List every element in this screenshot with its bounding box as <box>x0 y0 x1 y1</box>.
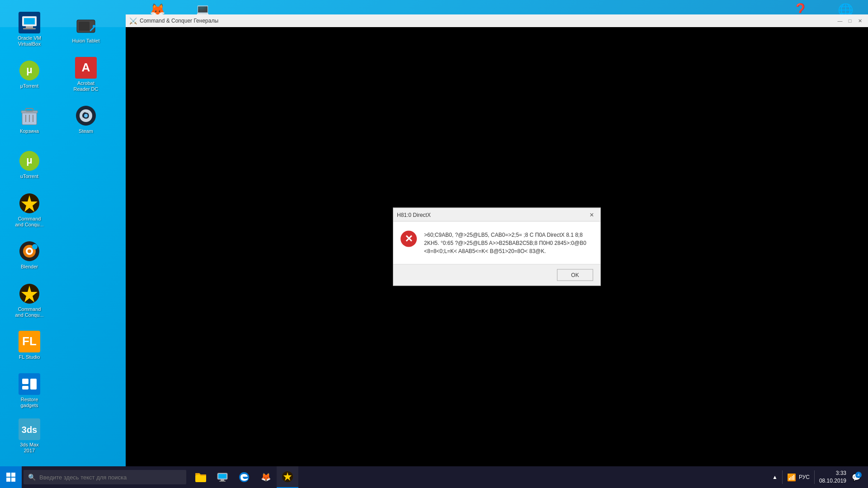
blender-label: Blender <box>21 264 38 270</box>
svg-rect-44 <box>6 478 10 482</box>
desktop-icon-acrobat[interactable]: A AcrobatReader DC <box>66 54 106 95</box>
fl-studio-icon: FL <box>19 331 40 352</box>
recycle-label: Корзина <box>20 128 39 134</box>
dialog-footer: OK <box>393 264 600 286</box>
taskbar-apps: 🦊 <box>190 466 298 488</box>
recycle-icon <box>19 105 40 127</box>
svg-rect-50 <box>219 481 226 482</box>
taskbar-app-firefox[interactable]: 🦊 <box>255 466 277 488</box>
error-dialog: H81:0 DirectX × ✕ >60;C9AB0, ?@>25@LB5, … <box>393 208 601 286</box>
virtualbox-icon <box>19 12 40 33</box>
cnc-taskbar-icon <box>281 470 294 483</box>
language-indicator[interactable]: РУС <box>799 474 810 480</box>
svg-rect-9 <box>26 108 33 111</box>
desktop-icon-cnc1[interactable]: Commandand Conqu... <box>9 190 50 230</box>
ok-button[interactable]: OK <box>557 269 593 281</box>
svg-rect-48 <box>218 474 226 479</box>
virtualbox-label: Oracle VMVirtualBox <box>18 35 41 47</box>
start-button[interactable] <box>0 466 22 488</box>
taskbar: 🔍 <box>0 466 868 488</box>
utorrent-top-icon: μ <box>19 60 40 81</box>
svg-point-20 <box>28 249 31 253</box>
taskbar-app-edge[interactable] <box>233 466 255 488</box>
cnc2-label: Commandand Conqu... <box>15 306 44 318</box>
svg-rect-43 <box>11 473 15 477</box>
dialog-body: ✕ >60;C9AB0, ?@>25@LB5, CAB0=>2;5= ;8 C … <box>393 222 600 264</box>
taskbar-app-file-explorer[interactable] <box>190 466 212 488</box>
wifi-icon[interactable]: 📶 <box>787 473 796 482</box>
svg-point-41 <box>84 114 88 117</box>
cnc1-icon <box>19 192 40 214</box>
taskbar-right: ▲ 📶 РУС 3:33 08.10.2019 💬 4 <box>772 469 868 485</box>
cnc2-icon <box>19 283 40 305</box>
svg-rect-2 <box>24 18 35 24</box>
svg-point-35 <box>93 25 95 28</box>
notification-badge: 4 <box>855 472 862 478</box>
svg-rect-42 <box>6 473 10 477</box>
acrobat-label: AcrobatReader DC <box>73 80 98 92</box>
search-icon: 🔍 <box>28 474 36 481</box>
taskbar-app-this-pc[interactable] <box>212 466 233 488</box>
desktop-icon-restore-gadgets[interactable]: Restoregadgets <box>9 371 50 411</box>
utorrent-icon: μ <box>19 150 40 172</box>
taskbar-separator2 <box>814 470 815 484</box>
steam-icon <box>75 105 97 127</box>
blender-icon <box>19 240 40 262</box>
svg-rect-29 <box>22 386 28 389</box>
desktop-icon-fl-studio[interactable]: FL FL Studio <box>9 325 50 366</box>
desktop-icon-huion[interactable]: Huion Tablet <box>66 9 106 50</box>
taskbar-separator <box>782 470 783 484</box>
svg-rect-3 <box>26 26 33 28</box>
clock-date: 08.10.2019 <box>819 477 846 485</box>
dialog-titlebar: H81:0 DirectX × <box>393 208 600 222</box>
desktop-icon-cnc2[interactable]: Commandand Conqu... <box>9 280 50 321</box>
utorrent-label: uTorrent <box>20 174 38 179</box>
desktop-icon-utorrent-top[interactable]: μ μTorrent <box>9 54 50 95</box>
game-window-title: Command & Conquer Генералы <box>140 18 833 24</box>
desktop-icon-3dsmax[interactable]: 3ds 3ds Max2017 <box>9 416 50 456</box>
huion-label: Huion Tablet <box>72 38 100 44</box>
desktop-icon-steam[interactable]: Steam <box>66 99 106 140</box>
svg-rect-27 <box>22 379 28 384</box>
cnc1-label: Commandand Conqu... <box>15 216 44 228</box>
desktop-icon-blender[interactable]: Blender <box>9 235 50 276</box>
this-pc-icon <box>216 471 229 483</box>
game-window-titlebar: ⚔️ Command & Conquer Генералы — □ ✕ <box>126 14 868 27</box>
dialog-close-button[interactable]: × <box>587 210 597 220</box>
desktop-icon-area: Oracle VMVirtualBox μ μTorrent <box>5 5 122 465</box>
game-window: ⚔️ Command & Conquer Генералы — □ ✕ H81:… <box>126 27 868 466</box>
notification-center-button[interactable]: 💬 4 <box>849 470 863 484</box>
dialog-message: >60;C9AB0, ?@>25@LB5, CAB0=>2;5= ;8 C П0… <box>424 231 593 255</box>
svg-rect-33 <box>79 22 90 31</box>
svg-rect-26 <box>19 373 40 395</box>
svg-point-21 <box>32 244 38 249</box>
search-input[interactable] <box>39 474 182 481</box>
acrobat-icon: A <box>75 57 97 79</box>
huion-icon <box>75 14 97 36</box>
3dsmax-icon: 3ds <box>19 418 40 440</box>
desktop: 🦊 Firefox 💻 Эror ❓ Others 🌐 Games <box>0 0 868 488</box>
svg-rect-49 <box>221 479 224 481</box>
edge-icon <box>238 471 250 483</box>
restore-gadgets-label: Restoregadgets <box>20 397 38 408</box>
svg-text:μ: μ <box>26 64 32 75</box>
taskbar-search-box[interactable]: 🔍 <box>24 470 186 484</box>
game-window-icon: ⚔️ <box>129 17 137 24</box>
desktop-icon-utorrent[interactable]: μ uTorrent <box>9 145 50 185</box>
svg-rect-45 <box>11 478 15 482</box>
restore-gadgets-icon <box>19 373 40 395</box>
svg-text:A: A <box>82 61 90 74</box>
maximize-button[interactable]: □ <box>845 16 854 25</box>
minimize-button[interactable]: — <box>835 16 844 25</box>
desktop-icon-virtualbox[interactable]: Oracle VMVirtualBox <box>9 9 50 50</box>
close-button[interactable]: ✕ <box>855 16 864 25</box>
dialog-title: H81:0 DirectX <box>397 211 431 218</box>
taskbar-clock[interactable]: 3:33 08.10.2019 <box>819 469 846 485</box>
svg-text:μ: μ <box>26 155 32 166</box>
fl-studio-label: FL Studio <box>19 354 40 360</box>
tray-expand-button[interactable]: ▲ <box>772 474 778 480</box>
taskbar-app-cnc[interactable] <box>277 466 298 488</box>
utorrent-top-label: μTorrent <box>20 83 39 89</box>
desktop-icon-recycle[interactable]: Корзина <box>9 99 50 140</box>
svg-rect-4 <box>23 28 36 29</box>
